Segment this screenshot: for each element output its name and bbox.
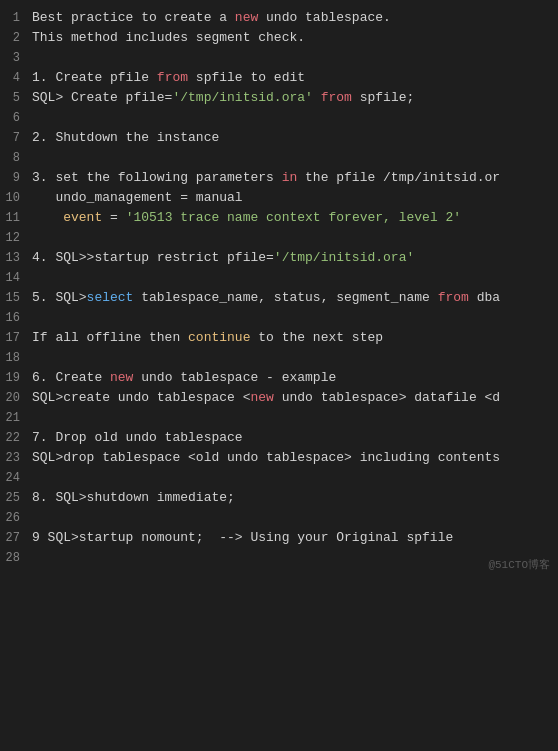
line-number: 14 — [0, 268, 28, 288]
code-line: 20SQL>create undo tablespace <new undo t… — [0, 388, 558, 408]
line-content: 1. Create pfile from spfile to edit — [28, 68, 558, 88]
line-content: 4. SQL>>startup restrict pfile='/tmp/ini… — [28, 248, 558, 268]
code-block: 1Best practice to create a new undo tabl… — [0, 0, 558, 576]
line-content: undo_management = manual — [28, 188, 558, 208]
code-line: 12 — [0, 228, 558, 248]
line-content — [28, 268, 558, 288]
line-content — [28, 348, 558, 368]
line-number: 8 — [0, 148, 28, 168]
code-line: 10 undo_management = manual — [0, 188, 558, 208]
code-line: 18 — [0, 348, 558, 368]
line-content — [28, 228, 558, 248]
code-line: 26 — [0, 508, 558, 528]
line-number: 12 — [0, 228, 28, 248]
code-line: 155. SQL>select tablespace_name, status,… — [0, 288, 558, 308]
line-number: 17 — [0, 328, 28, 348]
code-line: 28 — [0, 548, 558, 568]
code-line: 11 event = '10513 trace name context for… — [0, 208, 558, 228]
code-line: 21 — [0, 408, 558, 428]
code-line: 134. SQL>>startup restrict pfile='/tmp/i… — [0, 248, 558, 268]
line-content: SQL>create undo tablespace <new undo tab… — [28, 388, 558, 408]
code-line: 227. Drop old undo tablespace — [0, 428, 558, 448]
line-number: 28 — [0, 548, 28, 568]
line-number: 2 — [0, 28, 28, 48]
code-line: 23SQL>drop tablespace <old undo tablespa… — [0, 448, 558, 468]
line-content — [28, 108, 558, 128]
line-content — [28, 508, 558, 528]
line-content: 6. Create new undo tablespace - example — [28, 368, 558, 388]
code-line: 258. SQL>shutdown immediate; — [0, 488, 558, 508]
line-content: 3. set the following parameters in the p… — [28, 168, 558, 188]
line-number: 20 — [0, 388, 28, 408]
line-number: 18 — [0, 348, 28, 368]
line-number: 3 — [0, 48, 28, 68]
line-content: 9 SQL>startup nomount; --> Using your Or… — [28, 528, 558, 548]
code-line: 2This method includes segment check. — [0, 28, 558, 48]
code-line: 279 SQL>startup nomount; --> Using your … — [0, 528, 558, 548]
line-content: Best practice to create a new undo table… — [28, 8, 558, 28]
line-content — [28, 48, 558, 68]
line-number: 9 — [0, 168, 28, 188]
line-content — [28, 148, 558, 168]
code-line: 6 — [0, 108, 558, 128]
line-content — [28, 308, 558, 328]
line-number: 4 — [0, 68, 28, 88]
code-line: 196. Create new undo tablespace - exampl… — [0, 368, 558, 388]
line-number: 5 — [0, 88, 28, 108]
line-number: 10 — [0, 188, 28, 208]
line-content: If all offline then continue to the next… — [28, 328, 558, 348]
code-line: 17If all offline then continue to the ne… — [0, 328, 558, 348]
line-number: 6 — [0, 108, 28, 128]
code-line: 24 — [0, 468, 558, 488]
code-line: 5SQL> Create pfile='/tmp/initsid.ora' fr… — [0, 88, 558, 108]
line-content — [28, 408, 558, 428]
line-number: 13 — [0, 248, 28, 268]
line-number: 1 — [0, 8, 28, 28]
line-number: 16 — [0, 308, 28, 328]
code-line: 3 — [0, 48, 558, 68]
line-content: 8. SQL>shutdown immediate; — [28, 488, 558, 508]
line-content: SQL> Create pfile='/tmp/initsid.ora' fro… — [28, 88, 558, 108]
line-number: 19 — [0, 368, 28, 388]
code-line: 1Best practice to create a new undo tabl… — [0, 8, 558, 28]
line-content: 2. Shutdown the instance — [28, 128, 558, 148]
line-content: 7. Drop old undo tablespace — [28, 428, 558, 448]
line-content: This method includes segment check. — [28, 28, 558, 48]
line-number: 21 — [0, 408, 28, 428]
code-line: 14 — [0, 268, 558, 288]
line-number: 24 — [0, 468, 28, 488]
line-number: 25 — [0, 488, 28, 508]
line-content — [28, 468, 558, 488]
line-content: SQL>drop tablespace <old undo tablespace… — [28, 448, 558, 468]
code-line: 41. Create pfile from spfile to edit — [0, 68, 558, 88]
line-number: 11 — [0, 208, 28, 228]
line-content — [28, 548, 558, 568]
watermark-label: @51CTO博客 — [488, 557, 550, 572]
line-content: 5. SQL>select tablespace_name, status, s… — [28, 288, 558, 308]
line-number: 26 — [0, 508, 28, 528]
code-line: 16 — [0, 308, 558, 328]
line-number: 27 — [0, 528, 28, 548]
code-line: 8 — [0, 148, 558, 168]
line-number: 22 — [0, 428, 28, 448]
line-number: 15 — [0, 288, 28, 308]
line-number: 23 — [0, 448, 28, 468]
code-line: 93. set the following parameters in the … — [0, 168, 558, 188]
line-content: event = '10513 trace name context foreve… — [28, 208, 558, 228]
line-number: 7 — [0, 128, 28, 148]
code-line: 72. Shutdown the instance — [0, 128, 558, 148]
